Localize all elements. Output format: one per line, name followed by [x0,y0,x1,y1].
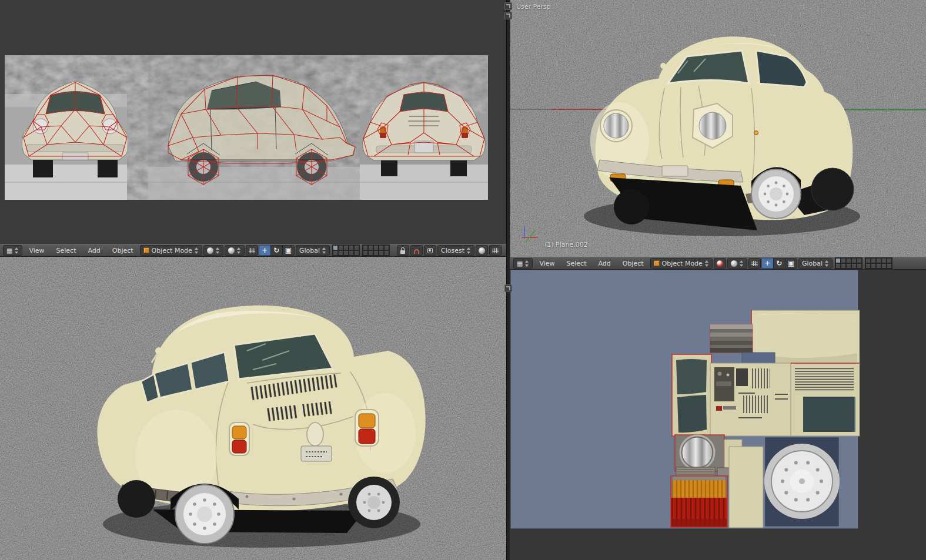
snap-grid-button[interactable] [748,258,761,269]
lay-toggle[interactable] [835,258,841,263]
scene-front [510,0,926,257]
uv-island-headlight[interactable] [675,435,724,471]
layer-toggle[interactable] [871,263,876,269]
layer-toggle[interactable] [363,250,368,256]
uv-island-runningboard[interactable] [676,467,733,477]
reference-side-view [148,55,360,200]
editor-type-button[interactable]: ▦ [513,258,533,269]
viewport-uv-editor [510,270,926,560]
menu-object[interactable]: Object [107,246,139,256]
layer-toggle[interactable] [851,263,857,269]
area-corner-widget[interactable] [504,284,512,292]
layer-toggle[interactable] [384,245,389,250]
layer-toggle[interactable] [887,258,892,263]
layer-toggle[interactable] [835,263,841,269]
pivot-point-dropdown[interactable] [727,258,747,269]
clapper-icon [492,248,499,253]
layer-toggle[interactable] [373,245,379,250]
render-anim-button[interactable] [489,245,502,256]
layer-toggle[interactable] [343,245,349,250]
pivot-icon [731,260,737,267]
menu-view[interactable]: View [534,259,560,269]
area-corner-widget[interactable] [504,12,512,19]
translate-manipulator-button[interactable]: + [761,258,774,269]
render-opengl-button[interactable] [476,245,488,256]
menu-select[interactable]: Select [561,259,592,269]
layer-toggle[interactable] [368,250,373,256]
lock-button[interactable] [397,245,409,256]
uv-editor-canvas [510,270,926,560]
rotate-manipulator-button[interactable]: ↻ [773,258,785,269]
uv-island-cylinder[interactable] [710,324,753,353]
view-label: User Persp [516,3,551,11]
uv-island-strip-tall[interactable] [729,447,763,528]
layer-toggle[interactable] [379,245,384,250]
reference-rear-view [360,55,488,200]
area-divider[interactable] [506,0,510,560]
layer-toggle[interactable] [857,263,862,269]
mode-dropdown[interactable]: Object Mode [140,245,202,256]
layer-toggle[interactable] [354,245,359,250]
layer-toggle[interactable] [865,263,871,269]
layer-toggle[interactable] [846,263,851,269]
layer-toggle[interactable] [333,245,338,250]
layer-toggle[interactable] [333,250,338,256]
layer-toggle[interactable] [857,258,862,263]
uv-island-wheel[interactable] [764,438,840,526]
layer-toggle[interactable] [343,250,349,256]
editor-type-button[interactable]: ▦ [3,245,22,256]
layer-toggle[interactable] [865,258,871,263]
uv-island-windows[interactable] [672,354,711,436]
layer-toggle[interactable] [887,263,892,269]
dropdown-arrows-icon [237,247,241,254]
layer-toggle[interactable] [338,250,343,256]
layer-toggle[interactable] [841,263,846,269]
rotate-manipulator-button[interactable]: ↻ [270,245,283,256]
uv-island-taillight[interactable] [671,476,727,527]
layer-toggle[interactable] [373,250,379,256]
layer-toggle[interactable] [354,250,359,256]
layer-toggle[interactable] [379,250,384,256]
layer-toggle[interactable] [846,258,851,263]
snap-grid-button[interactable] [246,245,258,256]
dropdown-arrows-icon [322,247,326,254]
plate-light-pod [307,422,323,446]
layer-toggle[interactable] [363,245,368,250]
snap-toggle-button[interactable] [410,245,423,256]
menu-add[interactable]: Add [593,259,616,269]
layer-toggle[interactable] [876,258,881,263]
snap-element-button[interactable] [424,245,436,256]
pivot-point-dropdown[interactable] [225,245,245,256]
viewport-3d-front: User Persp (1) Plane.002 [510,0,926,257]
orientation-dropdown[interactable]: Global [296,245,330,256]
layer-toggle[interactable] [368,245,373,250]
snap-target-dropdown[interactable]: Closest [437,245,474,256]
translate-icon: + [764,260,770,267]
scale-manipulator-button[interactable]: ▣ [282,245,295,256]
viewport-shading-dropdown[interactable] [203,245,223,256]
layer-toggle[interactable] [384,250,389,256]
grid-icon [751,261,758,266]
layer-toggle[interactable] [349,245,354,250]
layer-toggle[interactable] [349,250,354,256]
layer-toggle[interactable] [871,258,876,263]
layer-toggle[interactable] [841,258,846,263]
scale-manipulator-button[interactable]: ▣ [785,258,797,269]
menu-select[interactable]: Select [51,246,82,256]
area-corner-widget[interactable] [504,2,512,10]
menu-object[interactable]: Object [617,259,649,269]
layer-grid-2 [865,257,892,269]
layer-toggle[interactable] [881,258,887,263]
menu-add[interactable]: Add [82,246,105,256]
orientation-dropdown[interactable]: Global [798,258,833,269]
uv-island-vents-window[interactable] [791,363,860,436]
translate-manipulator-button[interactable]: + [259,245,271,256]
layer-toggle[interactable] [851,258,857,263]
shading-button[interactable] [714,258,726,269]
mode-dropdown[interactable]: Object Mode [650,258,713,269]
layer-toggle[interactable] [881,263,887,269]
layer-toggle[interactable] [338,245,343,250]
menu-view[interactable]: View [24,246,49,256]
uv-island-dashboard[interactable] [710,363,793,436]
layer-toggle[interactable] [876,263,881,269]
